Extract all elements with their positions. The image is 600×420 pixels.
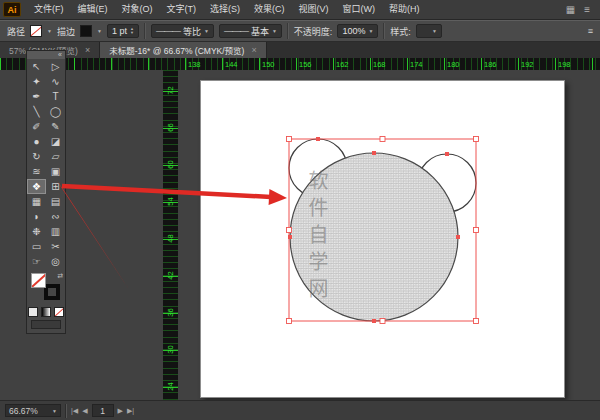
- menu-object[interactable]: 对象(O): [115, 0, 160, 19]
- stroke-black-swatch[interactable]: [44, 284, 60, 300]
- v-ruler-number: 36: [166, 306, 175, 319]
- direct-selection-tool[interactable]: ▷: [46, 59, 65, 74]
- opacity-label: 不透明度:: [294, 25, 333, 38]
- line-segment-tool[interactable]: ╲: [27, 104, 46, 119]
- artboard[interactable]: [200, 80, 565, 398]
- pencil-tool[interactable]: ✎: [46, 119, 65, 134]
- spin-down-icon[interactable]: ▼: [130, 31, 134, 36]
- style-dropdown[interactable]: ▼: [416, 24, 442, 38]
- previous-artboard-icon[interactable]: ◀: [82, 407, 87, 415]
- zoom-tool[interactable]: ◎: [46, 254, 65, 269]
- none-button[interactable]: [54, 307, 64, 317]
- h-ruler-number: 150: [262, 60, 275, 69]
- style-label: 样式:: [390, 25, 411, 38]
- v-ruler-number: 60: [166, 158, 175, 171]
- v-ruler-number: 72: [166, 84, 175, 97]
- separator: [65, 404, 67, 418]
- fill-stroke-indicator: ⇄: [27, 272, 65, 304]
- lasso-tool[interactable]: ∿: [46, 74, 65, 89]
- vertical-ruler[interactable]: 726660544842363024: [163, 70, 178, 400]
- next-artboard-icon[interactable]: ▶: [118, 407, 123, 415]
- fill-none-swatch[interactable]: [31, 273, 46, 288]
- menu-type[interactable]: 文字(T): [160, 0, 204, 19]
- horizontal-ruler[interactable]: 138144150156162168174180186192198: [0, 58, 600, 70]
- blend-tool[interactable]: ∾: [46, 209, 65, 224]
- document-workarea: 138144150156162168174180186192198 726660…: [0, 58, 600, 400]
- status-bar: 66.67% ▼ |◀ ◀ 1 ▶ ▶|: [0, 400, 600, 420]
- separator: [287, 23, 289, 39]
- controlbar-menu-icon[interactable]: ≡: [588, 26, 593, 36]
- app-logo-icon[interactable]: Ai: [3, 2, 21, 17]
- menu-window[interactable]: 窗口(W): [336, 0, 383, 19]
- column-graph-tool[interactable]: ▥: [46, 224, 65, 239]
- symbol-sprayer-tool[interactable]: ❉: [27, 224, 46, 239]
- pen-tool[interactable]: ✒: [27, 89, 46, 104]
- scale-tool[interactable]: ▱: [46, 149, 65, 164]
- dropdown-arrow-icon[interactable]: ▼: [272, 28, 277, 34]
- free-transform-tool[interactable]: ▣: [46, 164, 65, 179]
- menu-file[interactable]: 文件(F): [27, 0, 71, 19]
- close-icon[interactable]: ×: [85, 45, 90, 55]
- dropdown-arrow-icon[interactable]: ▼: [204, 28, 209, 34]
- last-artboard-icon[interactable]: ▶|: [127, 407, 134, 415]
- paintbrush-tool[interactable]: ✐: [27, 119, 46, 134]
- mesh-tool[interactable]: ▦: [27, 194, 46, 209]
- artboard-tool[interactable]: ▭: [27, 239, 46, 254]
- dropdown-arrow-icon[interactable]: ▼: [47, 28, 52, 34]
- slice-tool[interactable]: ✂: [46, 239, 65, 254]
- shape-builder-tool[interactable]: ❖: [27, 179, 46, 194]
- first-artboard-icon[interactable]: |◀: [71, 407, 78, 415]
- width-tool[interactable]: ≋: [27, 164, 46, 179]
- dropdown-arrow-icon[interactable]: ▼: [432, 28, 437, 34]
- zoom-level-dropdown[interactable]: 66.67% ▼: [5, 404, 61, 417]
- document-tab-active[interactable]: 未标题-16* @ 66.67% (CMYK/预览) ×: [100, 42, 266, 58]
- menu-edit[interactable]: 编辑(E): [71, 0, 115, 19]
- separator: [383, 23, 385, 39]
- perspective-grid-tool[interactable]: ⊞: [46, 179, 65, 194]
- brush-definition-dropdown[interactable]: ——— 基本 ▼: [219, 24, 282, 38]
- h-ruler-number: 180: [447, 60, 460, 69]
- arrange-documents-icon[interactable]: ▦: [566, 4, 575, 15]
- brush-line-icon: ———: [224, 26, 248, 36]
- menu-effect[interactable]: 效果(C): [247, 0, 292, 19]
- menu-view[interactable]: 视图(V): [292, 0, 336, 19]
- blob-brush-tool[interactable]: ●: [27, 134, 46, 149]
- menu-select[interactable]: 选择(S): [203, 0, 247, 19]
- type-tool[interactable]: T: [46, 89, 65, 104]
- gradient-tool[interactable]: ▤: [46, 194, 65, 209]
- swap-fill-stroke-icon[interactable]: ⇄: [57, 272, 63, 280]
- eraser-tool[interactable]: ◪: [46, 134, 65, 149]
- magic-wand-tool[interactable]: ✦: [27, 74, 46, 89]
- v-ruler-number: 30: [166, 343, 175, 356]
- opacity-field[interactable]: 100% ▼: [337, 24, 378, 38]
- panel-collapse-icon[interactable]: «: [27, 51, 65, 59]
- menu-help[interactable]: 帮助(H): [382, 0, 427, 19]
- close-icon[interactable]: ×: [251, 45, 256, 55]
- fill-color-swatch[interactable]: [30, 25, 42, 37]
- ellipse-tool[interactable]: ◯: [46, 104, 65, 119]
- h-ruler-number: 174: [410, 60, 423, 69]
- h-ruler-number: 138: [188, 60, 201, 69]
- screen-mode-button[interactable]: [31, 320, 61, 329]
- dropdown-arrow-icon[interactable]: ▼: [368, 28, 373, 34]
- dropdown-arrow-icon[interactable]: ▼: [97, 28, 102, 34]
- stroke-width-field[interactable]: 1 pt ▲ ▼: [107, 24, 139, 38]
- artboard-number-field[interactable]: 1: [92, 404, 114, 417]
- separator: [144, 23, 146, 39]
- dropdown-arrow-icon[interactable]: ▼: [52, 408, 57, 414]
- brush-definition-value: 基本: [251, 25, 269, 38]
- workspace-menu-icon[interactable]: ≡: [584, 4, 590, 15]
- h-ruler-number: 144: [225, 60, 238, 69]
- stroke-color-swatch[interactable]: [80, 25, 92, 37]
- eyedropper-tool[interactable]: ◗: [27, 209, 46, 224]
- h-ruler-number: 156: [299, 60, 312, 69]
- selection-tool[interactable]: ↖: [27, 59, 46, 74]
- width-profile-dropdown[interactable]: ——— 等比 ▼: [151, 24, 214, 38]
- rotate-tool[interactable]: ↻: [27, 149, 46, 164]
- stroke-width-spinner[interactable]: ▲ ▼: [130, 27, 134, 36]
- tools-panel: « ↖▷✦∿✒T╲◯✐✎●◪↻▱≋▣❖⊞▦▤◗∾❉▥▭✂☞◎ ⇄: [26, 50, 66, 334]
- color-button[interactable]: [28, 307, 38, 317]
- tab-label: 未标题-16* @ 66.67% (CMYK/预览): [109, 44, 244, 56]
- gradient-button[interactable]: [41, 307, 51, 317]
- hand-tool[interactable]: ☞: [27, 254, 46, 269]
